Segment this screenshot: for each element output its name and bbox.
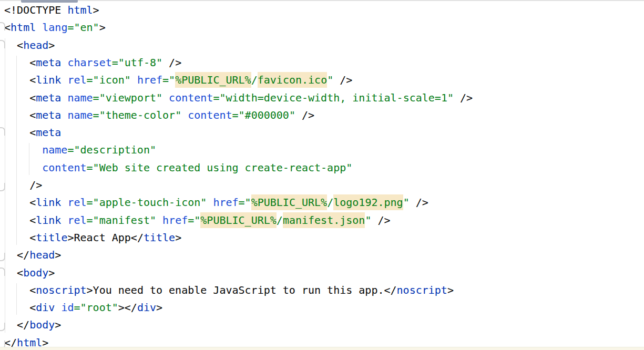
- code-token: meta: [36, 91, 61, 104]
- code-token: href: [213, 196, 238, 209]
- code-token: <: [4, 39, 23, 52]
- code-token: body: [29, 318, 55, 331]
- fold-region-start-marker[interactable]: [0, 40, 5, 48]
- code-token: </: [4, 318, 29, 331]
- top-scrollbar-thumb[interactable]: [21, 0, 78, 3]
- code-token: />: [371, 214, 390, 227]
- code-token: />: [295, 109, 314, 121]
- code-line-12[interactable]: <link rel="apple-touch-icon" href="%PUBL…: [0, 194, 644, 211]
- code-token: =": [188, 214, 200, 227]
- code-line-10[interactable]: content="Web site created using create-r…: [0, 159, 644, 177]
- code-token: link: [36, 196, 61, 209]
- code-token: <: [4, 109, 36, 121]
- code-token: name: [67, 109, 93, 121]
- code-token: >: [447, 284, 454, 296]
- code-line-4[interactable]: <meta charset="utf-8" />: [0, 54, 644, 71]
- code-token: ="en": [67, 21, 99, 34]
- code-line-19[interactable]: </body>: [0, 316, 644, 334]
- code-token: ="viewport": [93, 91, 162, 104]
- code-token: link: [36, 74, 61, 86]
- code-token: /: [277, 214, 283, 227]
- code-token: />: [162, 56, 181, 69]
- code-line-7[interactable]: <meta name="theme-color" content="#00000…: [0, 107, 644, 124]
- code-token: content: [42, 161, 86, 174]
- code-token: [131, 74, 137, 86]
- code-line-3[interactable]: <head>: [0, 37, 644, 54]
- code-token: <: [4, 56, 36, 69]
- code-token: [4, 161, 42, 174]
- code-line-5[interactable]: <link rel="icon" href="%PUBLIC_URL%/favi…: [0, 71, 644, 89]
- code-editor: <!DOCTYPE html><html lang="en"> <head> <…: [0, 0, 644, 350]
- code-token: <: [4, 231, 36, 244]
- code-token: ="width=device-width, initial-scale=1": [213, 91, 454, 104]
- code-line-9[interactable]: name="description": [0, 141, 644, 159]
- highlighted-code-token: logo192.png: [333, 194, 403, 210]
- code-line-13[interactable]: <link rel="manifest" href="%PUBLIC_URL%/…: [0, 212, 644, 229]
- highlighted-code-token: %PUBLIC_URL%: [175, 72, 251, 88]
- code-line-18[interactable]: <div id="root"></div>: [0, 299, 644, 316]
- code-token: ="root": [74, 301, 118, 314]
- code-token: rel: [67, 196, 86, 209]
- code-token: content: [188, 109, 232, 121]
- code-line-2[interactable]: <html lang="en">: [0, 19, 644, 36]
- code-token: div: [137, 301, 156, 314]
- code-token: [61, 91, 67, 104]
- code-token: ></: [118, 301, 137, 314]
- fold-region-start-marker[interactable]: [0, 267, 5, 276]
- code-line-11[interactable]: />: [0, 177, 644, 194]
- code-line-16[interactable]: <body>: [0, 264, 644, 282]
- fold-region-start-marker[interactable]: [0, 22, 5, 30]
- code-token: ="apple-touch-icon": [87, 196, 207, 209]
- code-token: <!DOCTYPE: [4, 4, 67, 16]
- code-token: ="icon": [87, 74, 131, 86]
- code-token: ="Web site created using create-react-ap…: [87, 161, 353, 174]
- code-line-15[interactable]: </head>: [0, 246, 644, 264]
- code-token: ="utf-8": [112, 56, 162, 69]
- code-token: />: [333, 74, 352, 86]
- code-token: >: [175, 231, 181, 244]
- code-token: [207, 196, 213, 209]
- code-token: meta: [36, 56, 61, 69]
- code-token: [61, 196, 67, 209]
- code-line-8[interactable]: <meta: [0, 124, 644, 141]
- code-token: noscript: [36, 284, 86, 296]
- highlighted-code-token: manifest.json: [283, 212, 365, 228]
- code-token: html: [11, 21, 36, 34]
- code-token: meta: [36, 126, 61, 139]
- code-token: ": [327, 74, 333, 86]
- code-token: title: [144, 231, 175, 244]
- code-token: [156, 214, 162, 227]
- code-token: />: [410, 196, 428, 209]
- code-token: <: [4, 91, 36, 104]
- code-token: href: [162, 214, 188, 227]
- code-token: <: [4, 266, 23, 279]
- code-token: ": [403, 196, 410, 209]
- code-token: [162, 91, 169, 104]
- code-token: <: [4, 126, 36, 139]
- code-token: noscript: [397, 284, 447, 296]
- highlighted-code-token: %PUBLIC_URL%: [251, 194, 328, 210]
- code-token: =": [239, 196, 251, 209]
- code-token: body: [23, 266, 48, 279]
- code-token: </: [4, 249, 29, 261]
- code-token: content: [169, 91, 213, 104]
- fold-region-start-marker[interactable]: [0, 127, 5, 136]
- code-line-6[interactable]: <meta name="viewport" content="width=dev…: [0, 89, 644, 107]
- code-line-1[interactable]: <!DOCTYPE html>: [0, 2, 644, 19]
- code-token: <: [4, 301, 36, 314]
- highlighted-code-token: favicon.ico: [258, 72, 327, 88]
- code-token: >: [93, 4, 99, 16]
- code-token: link: [36, 214, 61, 227]
- code-line-17[interactable]: <noscript>You need to enable JavaScript …: [0, 282, 644, 299]
- bottom-strip: [0, 347, 644, 350]
- top-scrollbar-track: [0, 0, 644, 1]
- code-token: >: [55, 249, 61, 261]
- code-token: [61, 214, 67, 227]
- code-line-14[interactable]: <title>React App</title>: [0, 229, 644, 246]
- code-token: />: [4, 179, 42, 191]
- code-token: ="manifest": [87, 214, 156, 227]
- code-token: ": [365, 214, 371, 227]
- code-token: >: [48, 266, 55, 279]
- code-token: ="#000000": [232, 109, 295, 121]
- code-token: rel: [67, 214, 86, 227]
